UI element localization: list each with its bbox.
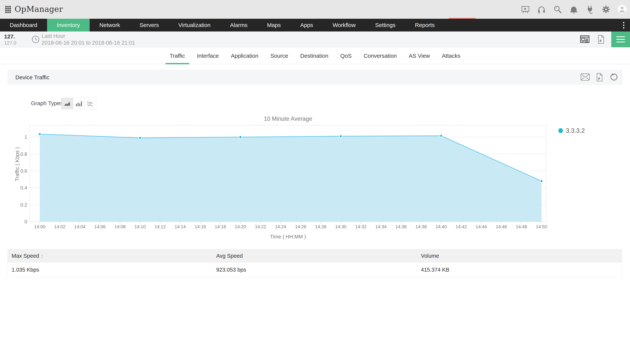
tab-traffic[interactable]: Traffic: [168, 53, 187, 64]
legend-series-label: 3.3.3.2: [566, 127, 585, 134]
nav-item-inventory[interactable]: Inventory: [47, 19, 90, 32]
table-cell: 1.035 Kbps: [8, 262, 212, 277]
x-tick-label: 14:30: [332, 224, 350, 230]
tab-interface[interactable]: Interface: [195, 53, 221, 64]
main-nav: DashboardInventoryNetworkServersVirtuali…: [0, 19, 630, 32]
x-tick-label: 14:04: [70, 224, 89, 230]
user-avatar[interactable]: [618, 5, 626, 14]
traffic-area-chart[interactable]: [30, 125, 546, 222]
tab-destination[interactable]: Destination: [298, 53, 330, 64]
report-tabs: TrafficInterfaceApplicationSourceDestina…: [0, 48, 630, 64]
x-tick-label: 14:48: [512, 224, 531, 230]
search-icon[interactable]: [553, 5, 562, 14]
graph-type-scatter-button[interactable]: [84, 98, 96, 109]
traffic-summary-table: Max Speed▴▾Avg SpeedVolume 1.035 Kbps923…: [8, 249, 622, 277]
app-launcher-grid-icon[interactable]: [5, 6, 12, 14]
x-tick-label: 14:06: [90, 224, 109, 230]
column-header-volume[interactable]: Volume: [417, 250, 622, 262]
x-tick-label: 14:46: [492, 224, 511, 230]
graph-type-bar-button[interactable]: [73, 98, 84, 109]
x-tick-label: 14:22: [251, 224, 270, 230]
notifications-bell-icon[interactable]: [569, 5, 578, 14]
y-axis-title: Traffic ( Kbps ): [14, 142, 20, 187]
nav-overflow-menu-icon[interactable]: [620, 19, 628, 32]
chart-legend[interactable]: 3.3.3.2: [558, 127, 585, 134]
nav-item-workflow[interactable]: Workflow: [323, 19, 366, 32]
x-tick-label: 14:00: [30, 224, 49, 230]
chart-title: 10 Minute Average: [30, 116, 546, 122]
x-tick-label: 14:16: [191, 224, 210, 230]
app-logo: OpManager: [14, 4, 63, 14]
settings-gear-icon[interactable]: [602, 5, 610, 14]
graph-type-switcher: [61, 98, 96, 109]
pdf-export-icon[interactable]: [596, 35, 606, 44]
x-tick-label: 14:08: [110, 224, 130, 230]
time-range-value: 2018-06-16 20:01 to 2018-06-16 21:01: [42, 40, 135, 46]
pdf-export-icon[interactable]: [595, 72, 604, 82]
video-demo-icon[interactable]: [521, 5, 530, 14]
x-tick-label: 14:40: [432, 224, 450, 230]
x-tick-label: 14:12: [151, 224, 170, 230]
tab-qos[interactable]: QoS: [338, 53, 354, 64]
support-headset-icon[interactable]: [537, 5, 546, 14]
email-icon[interactable]: [580, 72, 590, 82]
table-cell: 923.053 bps: [212, 262, 417, 277]
header-icon-bar: [521, 0, 626, 19]
graph-types-label: Graph Types: [31, 100, 63, 106]
x-tick-label: 14:32: [352, 224, 370, 230]
hamburger-menu-button[interactable]: [611, 32, 630, 47]
tab-conversation[interactable]: Conversation: [362, 53, 398, 64]
tab-application[interactable]: Application: [229, 53, 260, 64]
nav-item-reports[interactable]: Reports: [405, 19, 444, 32]
x-tick-label: 14:02: [50, 224, 69, 230]
nav-item-dashboard[interactable]: Dashboard: [0, 19, 47, 32]
y-tick-label: 0.6: [14, 168, 27, 174]
x-tick-label: 14:42: [452, 224, 470, 230]
time-range-label[interactable]: Last Hour: [42, 33, 65, 39]
x-tick-label: 14:38: [412, 224, 430, 230]
nav-item-maps[interactable]: Maps: [257, 19, 290, 32]
sort-arrows-icon[interactable]: ▴▾: [42, 254, 43, 259]
table-row: 1.035 Kbps923.053 bps415.374 KB: [8, 262, 622, 277]
x-axis-title: Time ( HH:MM ): [30, 234, 546, 240]
top-header: OpManager: [0, 0, 630, 19]
panel-icon-bar: [580, 70, 618, 85]
report-layout-icon[interactable]: [580, 35, 590, 44]
nav-item-settings[interactable]: Settings: [366, 19, 405, 32]
x-tick-label: 14:34: [372, 224, 390, 230]
device-traffic-panel-header: Device Traffic: [8, 70, 622, 85]
column-header-max-speed[interactable]: Max Speed▴▾: [8, 250, 212, 262]
x-tick-label: 14:44: [472, 224, 491, 230]
x-tick-label: 14:26: [292, 224, 310, 230]
y-tick-label: 0: [14, 219, 27, 225]
x-tick-label: 14:18: [211, 224, 230, 230]
x-tick-label: 14:14: [171, 224, 190, 230]
nav-item-network[interactable]: Network: [90, 19, 130, 32]
panel-title: Device Traffic: [16, 74, 49, 80]
device-sub-header: 127. 127.0 Last Hour 2018-06-16 20:01 to…: [0, 32, 630, 48]
device-ip: 127.0: [4, 40, 16, 46]
tab-attacks[interactable]: Attacks: [440, 53, 462, 64]
y-tick-label: 1: [14, 134, 27, 140]
subheader-icon-bar: [580, 32, 606, 47]
x-tick-label: 14:24: [271, 224, 290, 230]
addons-plug-icon[interactable]: [586, 5, 594, 14]
nav-item-virtualization[interactable]: Virtualization: [169, 19, 220, 32]
device-id: 127.: [4, 33, 15, 40]
nav-item-servers[interactable]: Servers: [130, 19, 168, 32]
tab-source[interactable]: Source: [268, 53, 290, 64]
y-tick-label: 0.2: [14, 202, 27, 208]
x-tick-label: 14:10: [131, 224, 150, 230]
column-header-avg-speed[interactable]: Avg Speed: [212, 250, 417, 262]
table-cell: 415.374 KB: [417, 262, 622, 277]
refresh-icon[interactable]: [609, 72, 618, 82]
x-tick-label: 14:28: [312, 224, 330, 230]
graph-type-area-button[interactable]: [61, 98, 73, 109]
opmanager-app: OpManager: [0, 0, 630, 364]
clock-icon[interactable]: [32, 35, 40, 44]
nav-item-alarms[interactable]: Alarms: [220, 19, 257, 32]
x-tick-label: 14:36: [392, 224, 410, 230]
nav-item-apps[interactable]: Apps: [290, 19, 323, 32]
y-tick-label: 0.8: [14, 151, 27, 157]
tab-as-view[interactable]: AS View: [407, 53, 432, 64]
